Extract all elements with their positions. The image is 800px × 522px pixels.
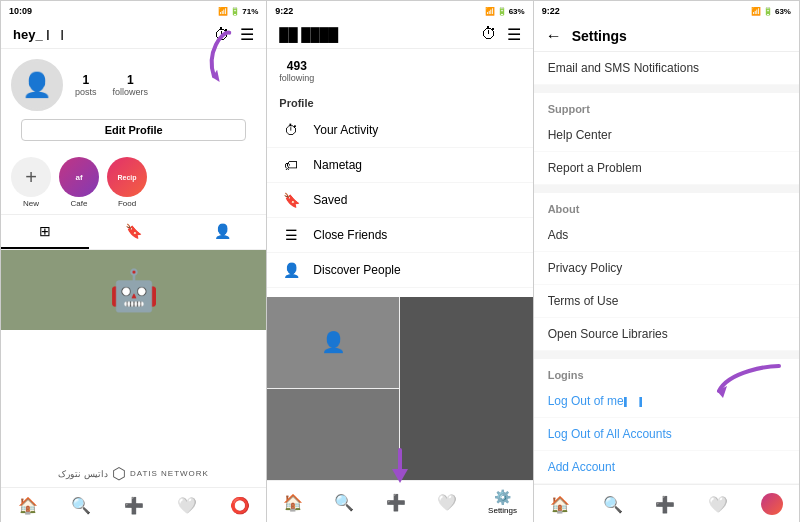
back-button[interactable]: ← bbox=[546, 27, 562, 45]
s2-username: ██ ████ bbox=[279, 27, 338, 42]
nav-home-2[interactable]: 🏠 bbox=[275, 491, 311, 514]
avatar-small bbox=[761, 493, 783, 515]
s2-stat-following: 493 following bbox=[279, 59, 314, 83]
s3-topbar: ← Settings bbox=[534, 21, 799, 52]
s1-stat-followers: 1 followers bbox=[113, 73, 149, 97]
time-1: 10:09 bbox=[9, 6, 32, 16]
close-friends-icon: ☰ bbox=[281, 227, 301, 243]
s1-profile-row: 👤 1 posts 1 followers bbox=[11, 59, 256, 111]
bottom-nav-3: 🏠 🔍 ➕ 🤍 bbox=[534, 484, 799, 519]
nav-heart-1[interactable]: 🤍 bbox=[169, 494, 205, 517]
menu-item-activity[interactable]: ⏱ Your Activity bbox=[267, 113, 532, 148]
time-2: 9:22 bbox=[275, 6, 293, 16]
s1-grid: 🤖 bbox=[1, 250, 266, 460]
s1-grid-item-android: 🤖 bbox=[1, 250, 266, 330]
nav-home-3[interactable]: 🏠 bbox=[542, 493, 578, 516]
nav-search-3[interactable]: 🔍 bbox=[595, 493, 631, 516]
s3-settings-list: Email and SMS Notifications Support Help… bbox=[534, 52, 799, 484]
s2-grid-person: 👤 bbox=[267, 297, 399, 388]
tab-person[interactable]: 👤 bbox=[178, 215, 266, 249]
divider-1 bbox=[534, 85, 799, 93]
status-bar-1: 10:09 📶 🔋 71% bbox=[1, 1, 266, 21]
s1-profile-section: 👤 1 posts 1 followers Edit Profile bbox=[1, 49, 266, 151]
menu-icon[interactable]: ☰ bbox=[240, 25, 254, 44]
history-icon[interactable]: ⏱ bbox=[214, 26, 230, 44]
nav-add-2[interactable]: ➕ bbox=[378, 491, 414, 514]
s2-topbar: ██ ████ ⏱ ☰ bbox=[267, 21, 532, 49]
s2-profile-info: 493 following bbox=[279, 59, 314, 83]
s1-stats: 1 posts 1 followers bbox=[75, 73, 148, 97]
nav-settings[interactable]: ⚙️ Settings bbox=[480, 487, 525, 517]
settings-item-terms[interactable]: Terms of Use bbox=[534, 285, 799, 318]
status-bar-3: 9:22 📶 🔋 63% bbox=[534, 1, 799, 21]
s1-topbar: hey_ ██ ⏱ ☰ bbox=[1, 21, 266, 49]
screen-profile: 10:09 📶 🔋 71% hey_ ██ ⏱ ☰ bbox=[1, 1, 267, 522]
story-food[interactable]: Recip Food bbox=[107, 157, 147, 208]
s2-topbar-icons: ⏱ ☰ bbox=[481, 25, 521, 44]
s2-content-grid: 👤 bbox=[267, 297, 532, 481]
s2-stats-row: 493 following bbox=[279, 59, 314, 83]
menu-item-nametag[interactable]: 🏷 Nametag bbox=[267, 148, 532, 183]
saved-icon: 🔖 bbox=[281, 192, 301, 208]
datis-text-en: DATIS NETWORK bbox=[130, 469, 209, 478]
settings-item-privacy[interactable]: Privacy Policy bbox=[534, 252, 799, 285]
section-logins: Logins bbox=[534, 359, 799, 385]
s2-menu-icon[interactable]: ☰ bbox=[507, 25, 521, 44]
datis-logo-icon: ⬡ bbox=[112, 464, 126, 483]
s1-stat-posts: 1 posts bbox=[75, 73, 97, 97]
section-about: About bbox=[534, 193, 799, 219]
story-new[interactable]: + New bbox=[11, 157, 51, 208]
status-icons-2: 📶 🔋 63% bbox=[485, 7, 525, 16]
nametag-icon: 🏷 bbox=[281, 157, 301, 173]
discover-icon: 👤 bbox=[281, 262, 301, 278]
bottom-nav-2: 🏠 🔍 ➕ 🤍 ⚙️ Settings bbox=[267, 480, 532, 519]
nav-heart-2[interactable]: 🤍 bbox=[429, 491, 465, 514]
settings-item-notifications[interactable]: Email and SMS Notifications bbox=[534, 52, 799, 85]
menu-item-close-friends[interactable]: ☰ Close Friends bbox=[267, 218, 532, 253]
nav-heart-3[interactable]: 🤍 bbox=[700, 493, 736, 516]
section-support: Support bbox=[534, 93, 799, 119]
tab-bookmark[interactable]: 🔖 bbox=[89, 215, 177, 249]
status-icons-3: 📶 🔋 63% bbox=[751, 7, 791, 16]
nav-add-3[interactable]: ➕ bbox=[647, 493, 683, 516]
s1-stories: + New af Cafe Recip Food bbox=[1, 151, 266, 214]
s1-avatar: 👤 bbox=[11, 59, 63, 111]
nav-search-1[interactable]: 🔍 bbox=[63, 494, 99, 517]
menu-item-facebook[interactable]: f Open Facebook bbox=[267, 288, 532, 297]
settings-item-logout-all[interactable]: Log Out of All Accounts bbox=[534, 418, 799, 451]
s2-menu: ⏱ Your Activity 🏷 Nametag 🔖 Saved ☰ Clos… bbox=[267, 113, 532, 297]
time-3: 9:22 bbox=[542, 6, 560, 16]
divider-2 bbox=[534, 185, 799, 193]
nav-profile-3[interactable] bbox=[753, 491, 791, 517]
tab-grid[interactable]: ⊞ bbox=[1, 215, 89, 249]
nav-search-2[interactable]: 🔍 bbox=[326, 491, 362, 514]
s2-profile-mini: 493 following bbox=[267, 49, 532, 93]
s1-username: hey_ ██ bbox=[13, 27, 63, 42]
settings-item-help[interactable]: Help Center bbox=[534, 119, 799, 152]
settings-title: Settings bbox=[572, 28, 627, 44]
story-cafe[interactable]: af Cafe bbox=[59, 157, 99, 208]
s2-profile-link[interactable]: Profile bbox=[267, 93, 532, 113]
settings-item-report[interactable]: Report a Problem bbox=[534, 152, 799, 185]
menu-item-saved[interactable]: 🔖 Saved bbox=[267, 183, 532, 218]
nav-profile-1[interactable]: ⭕ bbox=[222, 494, 258, 517]
status-bar-2: 9:22 📶 🔋 63% bbox=[267, 1, 532, 21]
settings-label: Settings bbox=[488, 506, 517, 515]
menu-item-discover[interactable]: 👤 Discover People bbox=[267, 253, 532, 288]
settings-item-ads[interactable]: Ads bbox=[534, 219, 799, 252]
bottom-nav-1: 🏠 🔍 ➕ 🤍 ⭕ bbox=[1, 487, 266, 519]
screen-menu: 9:22 📶 🔋 63% ██ ████ ⏱ ☰ 493 following bbox=[267, 1, 533, 522]
divider-3 bbox=[534, 351, 799, 359]
activity-icon: ⏱ bbox=[281, 122, 301, 138]
edit-profile-button[interactable]: Edit Profile bbox=[21, 119, 246, 141]
status-icons-1: 📶 🔋 71% bbox=[218, 7, 258, 16]
settings-item-add-account[interactable]: Add Account bbox=[534, 451, 799, 484]
settings-item-logout[interactable]: Log Out of me██ bbox=[534, 385, 799, 418]
settings-item-opensource[interactable]: Open Source Libraries bbox=[534, 318, 799, 351]
s2-history-icon[interactable]: ⏱ bbox=[481, 25, 497, 44]
nav-add-1[interactable]: ➕ bbox=[116, 494, 152, 517]
datis-logo: داتیس نتورک ⬡ DATIS NETWORK bbox=[1, 460, 266, 487]
screen-settings: 9:22 📶 🔋 63% ← Settings Email and SMS No… bbox=[534, 1, 799, 522]
s1-tabs: ⊞ 🔖 👤 bbox=[1, 214, 266, 250]
nav-home-1[interactable]: 🏠 bbox=[10, 494, 46, 517]
